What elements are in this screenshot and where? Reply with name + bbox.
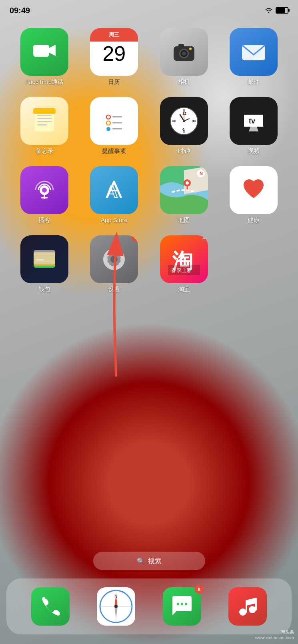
app-health[interactable]: 健康 [219, 166, 288, 224]
svg-rect-53 [36, 259, 44, 260]
reminders-label: 提醒事项 [102, 147, 126, 155]
taobao-label: 淘宝 [178, 286, 190, 293]
svg-rect-12 [37, 121, 52, 122]
status-bar: 09:49 [0, 0, 298, 21]
maps-label: 地图 [178, 217, 190, 224]
music-icon-graphic [236, 594, 260, 618]
appstore-label: App Store [101, 217, 128, 223]
search-icon: 🔍 [137, 557, 145, 565]
app-settings[interactable]: 3 设置 [79, 235, 149, 293]
svg-point-71 [177, 603, 179, 605]
calendar-weekday: 周三 [90, 28, 138, 42]
app-tv[interactable]: tv 视频 [219, 97, 288, 155]
app-empty [219, 235, 288, 293]
svg-text:N: N [200, 171, 203, 176]
svg-text:3: 3 [192, 119, 194, 123]
svg-rect-21 [112, 128, 122, 129]
wallet-icon-graphic [30, 245, 58, 273]
svg-rect-0 [33, 45, 49, 57]
taobao-badge: 35 [200, 235, 208, 242]
svg-rect-10 [37, 115, 52, 116]
podcasts-label: 播客 [38, 217, 50, 224]
svg-point-75 [249, 606, 256, 613]
svg-rect-11 [37, 118, 52, 119]
app-appstore[interactable]: 𝔸 App Store [79, 166, 149, 224]
svg-text:春季上新: 春季上新 [171, 267, 192, 273]
status-icons [264, 7, 288, 14]
calendar-label: 日历 [108, 78, 120, 86]
svg-rect-6 [178, 44, 184, 47]
app-wallet[interactable]: 钱包 [10, 235, 79, 293]
svg-point-5 [182, 52, 186, 56]
svg-marker-1 [49, 45, 56, 56]
app-podcasts[interactable]: 播客 [10, 166, 79, 224]
safari-icon-graphic: N [97, 587, 135, 626]
dock: N 8 [6, 578, 292, 634]
podcasts-icon-graphic [30, 176, 58, 204]
settings-label: 设置 [108, 286, 120, 293]
clock-icon-graphic: 12 6 9 3 [168, 105, 200, 137]
search-bar[interactable]: 🔍 搜索 [93, 552, 205, 570]
svg-rect-13 [37, 124, 47, 125]
app-camera[interactable]: 相机 [149, 28, 219, 86]
svg-point-37 [42, 188, 47, 193]
mail-icon-graphic [240, 38, 268, 66]
tv-label: 视频 [248, 147, 260, 155]
settings-icon-graphic [100, 245, 128, 274]
notes-icon-graphic [32, 108, 57, 134]
svg-text:6: 6 [182, 127, 184, 131]
svg-rect-52 [34, 250, 55, 264]
camera-label: 相机 [178, 78, 190, 86]
camera-icon-graphic [171, 39, 197, 65]
dock-safari[interactable]: N [97, 587, 135, 626]
app-calendar[interactable]: 周三 29 日历 [79, 28, 149, 86]
svg-text:9: 9 [174, 119, 176, 123]
svg-point-73 [185, 603, 187, 605]
messages-icon-graphic [170, 594, 194, 618]
wallet-label: 钱包 [38, 286, 50, 293]
dock-messages[interactable]: 8 [163, 587, 201, 626]
health-icon-graphic [240, 176, 268, 204]
settings-badge: 3 [132, 235, 138, 242]
search-label: 搜索 [148, 557, 162, 566]
svg-point-74 [239, 608, 246, 616]
wifi-icon [264, 7, 273, 14]
tv-icon-graphic: tv [241, 108, 266, 134]
app-facetime[interactable]: FaceTime通话 [10, 28, 79, 86]
app-grid: FaceTime通话 周三 29 日历 相机 [0, 28, 298, 293]
appstore-icon-graphic: 𝔸 [100, 176, 128, 204]
facetime-label: FaceTime通话 [25, 78, 64, 86]
maps-icon-graphic: N [160, 166, 208, 214]
svg-point-46 [186, 181, 189, 185]
battery-icon [276, 7, 288, 14]
app-taobao[interactable]: 淘 春季上新 35 淘宝 [149, 235, 219, 293]
svg-rect-14 [33, 108, 56, 114]
app-maps[interactable]: N 地图 [149, 166, 219, 224]
svg-point-58 [110, 256, 118, 263]
mail-label: 邮件 [248, 78, 260, 86]
calendar-day: 29 [102, 43, 126, 64]
app-mail[interactable]: 邮件 [219, 28, 288, 86]
facetime-icon-graphic [32, 39, 57, 65]
app-notes[interactable]: 备忘录 [10, 97, 79, 155]
dock-music[interactable] [228, 587, 267, 626]
notes-label: 备忘录 [36, 147, 54, 155]
svg-point-69 [114, 605, 118, 608]
dock-phone[interactable] [31, 587, 70, 626]
svg-point-18 [106, 127, 110, 131]
reminders-icon-graphic [101, 108, 127, 134]
svg-point-7 [189, 48, 192, 50]
app-reminders[interactable]: 提醒事项 [79, 97, 149, 155]
status-time: 09:49 [10, 6, 30, 15]
taobao-icon-graphic: 淘 春季上新 [168, 243, 200, 275]
watermark: 写头条 www.xietoutiao.com [255, 629, 294, 640]
health-label: 健康 [248, 217, 260, 224]
messages-badge: 8 [195, 585, 204, 594]
app-clock[interactable]: 12 6 9 3 时钟 [149, 97, 219, 155]
clock-label: 时钟 [178, 147, 190, 155]
svg-rect-20 [112, 122, 122, 123]
svg-text:12: 12 [182, 111, 186, 115]
svg-text:N: N [114, 594, 117, 598]
svg-point-72 [181, 603, 183, 605]
phone-icon-graphic [39, 595, 62, 618]
